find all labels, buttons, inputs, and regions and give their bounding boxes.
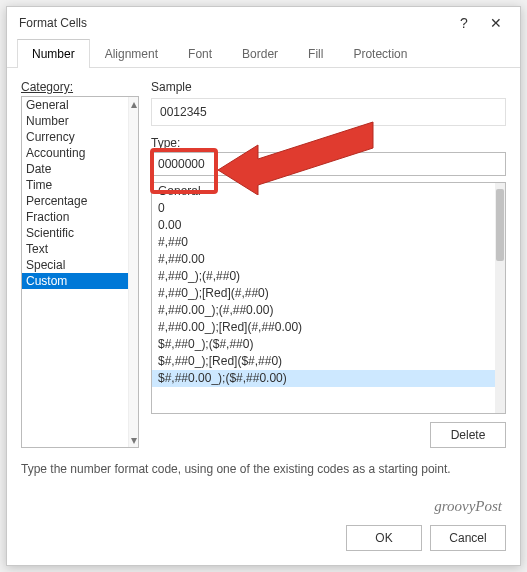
dialog-title: Format Cells: [19, 16, 448, 30]
tab-border[interactable]: Border: [227, 39, 293, 68]
format-scrollbar[interactable]: [495, 183, 505, 413]
category-item-time[interactable]: Time: [22, 177, 128, 193]
tab-number[interactable]: Number: [17, 39, 90, 68]
category-item-scientific[interactable]: Scientific: [22, 225, 128, 241]
help-button[interactable]: ?: [448, 9, 480, 37]
hint-text: Type the number format code, using one o…: [21, 462, 506, 476]
category-item-date[interactable]: Date: [22, 161, 128, 177]
tab-panel-number: Category: General Number Currency Accoun…: [7, 68, 520, 488]
tab-protection[interactable]: Protection: [338, 39, 422, 68]
tab-strip: Number Alignment Font Border Fill Protec…: [7, 39, 520, 68]
category-item-fraction[interactable]: Fraction: [22, 209, 128, 225]
format-item[interactable]: $#,##0_);[Red]($#,##0): [152, 353, 495, 370]
format-item[interactable]: $#,##0.00_);($#,##0.00): [152, 370, 495, 387]
format-item[interactable]: #,##0.00_);(#,##0.00): [152, 302, 495, 319]
category-item-custom[interactable]: Custom: [22, 273, 128, 289]
tab-font[interactable]: Font: [173, 39, 227, 68]
format-item[interactable]: General: [152, 183, 495, 200]
type-label: Type:: [151, 136, 506, 150]
cancel-button[interactable]: Cancel: [430, 525, 506, 551]
category-listbox[interactable]: General Number Currency Accounting Date …: [21, 96, 139, 448]
category-item-text[interactable]: Text: [22, 241, 128, 257]
format-code-listbox[interactable]: General 0 0.00 #,##0 #,##0.00 #,##0_);(#…: [151, 182, 506, 414]
titlebar: Format Cells ? ✕: [7, 7, 520, 39]
format-item[interactable]: #,##0_);[Red](#,##0): [152, 285, 495, 302]
format-item[interactable]: $#,##0_);($#,##0): [152, 336, 495, 353]
category-item-number[interactable]: Number: [22, 113, 128, 129]
format-item[interactable]: #,##0: [152, 234, 495, 251]
category-item-percentage[interactable]: Percentage: [22, 193, 128, 209]
scroll-down-icon[interactable]: ▾: [131, 433, 137, 447]
delete-button[interactable]: Delete: [430, 422, 506, 448]
category-item-special[interactable]: Special: [22, 257, 128, 273]
category-label: Category:: [21, 80, 139, 94]
sample-value: 0012345: [151, 98, 506, 126]
format-item[interactable]: #,##0.00: [152, 251, 495, 268]
tab-fill[interactable]: Fill: [293, 39, 338, 68]
sample-label: Sample: [151, 80, 506, 94]
scrollbar-thumb[interactable]: [496, 189, 504, 261]
format-item[interactable]: #,##0_);(#,##0): [152, 268, 495, 285]
format-item[interactable]: 0: [152, 200, 495, 217]
type-input[interactable]: [151, 152, 506, 176]
scroll-up-icon[interactable]: ▴: [131, 97, 137, 111]
category-item-general[interactable]: General: [22, 97, 128, 113]
category-item-accounting[interactable]: Accounting: [22, 145, 128, 161]
format-cells-dialog: Format Cells ? ✕ Number Alignment Font B…: [6, 6, 521, 566]
category-item-currency[interactable]: Currency: [22, 129, 128, 145]
watermark: groovyPost: [21, 498, 506, 515]
category-scrollbar[interactable]: ▴ ▾: [128, 97, 138, 447]
close-button[interactable]: ✕: [480, 9, 512, 37]
format-item[interactable]: #,##0.00_);[Red](#,##0.00): [152, 319, 495, 336]
format-item[interactable]: 0.00: [152, 217, 495, 234]
tab-alignment[interactable]: Alignment: [90, 39, 173, 68]
ok-button[interactable]: OK: [346, 525, 422, 551]
